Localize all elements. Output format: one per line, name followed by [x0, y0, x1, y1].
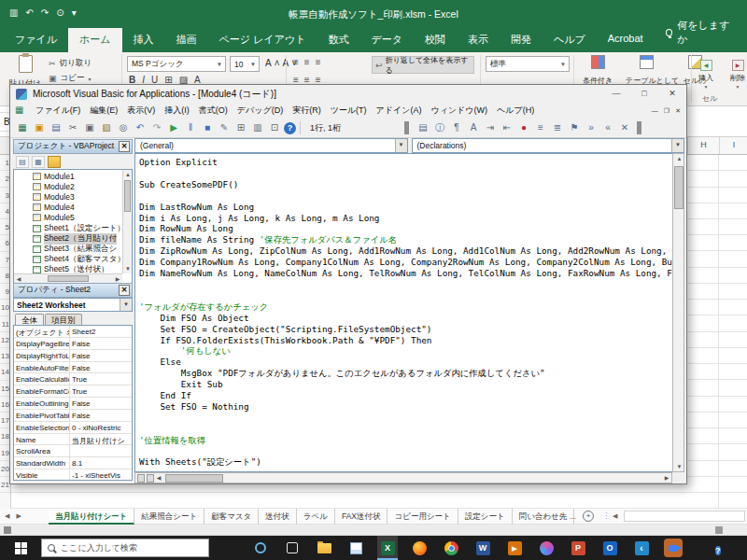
property-row[interactable]: EnablePivotTableFalse: [14, 410, 132, 422]
code-line[interactable]: Sub CreateSomePDF(): [139, 179, 672, 190]
code-line[interactable]: With Sheets("設定シート"): [139, 456, 672, 468]
scroll-up-icon[interactable]: ▲: [123, 170, 133, 179]
scroll-right-icon[interactable]: ▶: [113, 274, 122, 284]
scroll-down-icon[interactable]: ▼: [123, 264, 133, 273]
sheet-hscrollbar[interactable]: [624, 511, 745, 522]
ribbon-tab-描画[interactable]: 描画: [165, 28, 208, 52]
code-line[interactable]: End If: [139, 390, 672, 401]
close-icon[interactable]: ✕: [119, 141, 130, 152]
delete-cells-button[interactable]: ▶削除▼: [726, 54, 747, 90]
code-line[interactable]: [139, 424, 672, 435]
view-code-icon[interactable]: ▤: [16, 156, 29, 168]
object-dropdown[interactable]: (General)▼: [134, 138, 408, 153]
code-line[interactable]: MsgBox "PDFフォルダがありません。このエクセルがあるフォルダ内に作成し…: [139, 368, 672, 379]
code-line[interactable]: Dim fileName As String '保存先フォルダパス＆ファイル名: [139, 234, 672, 245]
scroll-left-icon[interactable]: ◀: [14, 274, 23, 284]
split-view-icon[interactable]: [147, 474, 154, 483]
column-header-H[interactable]: H: [687, 137, 719, 154]
close-icon[interactable]: ✕: [119, 285, 130, 296]
undo-icon[interactable]: ↶: [133, 120, 148, 135]
ribbon-tab-ページ レイアウト[interactable]: ページ レイアウト: [208, 28, 317, 52]
project-tree-item[interactable]: Sheet5（送付状）: [14, 265, 122, 273]
excel-view-icon[interactable]: ▦: [15, 120, 30, 135]
font-name-select[interactable]: MS Pゴシック▼: [127, 56, 226, 72]
code-line[interactable]: Dim NameRowNum As Long, NameColNum As Lo…: [139, 268, 672, 279]
code-editor[interactable]: Option Explicit Sub CreateSomePDF() Dim …: [134, 153, 672, 472]
sheet-tab-ラベル[interactable]: ラベル: [297, 509, 335, 525]
object-browser-icon[interactable]: ⊡: [267, 120, 282, 135]
scrollbar-thumb[interactable]: [165, 474, 223, 483]
ribbon-tab-データ[interactable]: データ: [359, 28, 414, 52]
property-row[interactable]: DisplayRightToLeFalse: [14, 350, 132, 362]
previous-bookmark-icon[interactable]: «: [600, 120, 615, 135]
copy-icon[interactable]: ▣: [82, 120, 97, 135]
sheet-tab-送付状[interactable]: 送付状: [259, 509, 297, 525]
display-settings-icon[interactable]: [715, 526, 723, 534]
property-row[interactable]: StandardWidth8.1: [14, 457, 132, 469]
taskbar-word-icon[interactable]: W: [472, 536, 493, 560]
property-row[interactable]: EnableSelection0 - xlNoRestric: [14, 422, 132, 434]
reset-icon[interactable]: ■: [200, 120, 215, 135]
code-line[interactable]: [139, 168, 672, 179]
child-restore-icon[interactable]: ❐: [664, 107, 669, 115]
code-line[interactable]: Option Explicit: [139, 157, 672, 168]
project-panel-header[interactable]: プロジェクト - VBAProject ✕: [13, 139, 133, 154]
break-icon[interactable]: ‖: [183, 120, 198, 135]
code-line[interactable]: Set FSO = Nothing: [139, 401, 672, 413]
child-close-icon[interactable]: ✕: [675, 107, 681, 115]
scroll-up-icon[interactable]: ▲: [673, 154, 685, 163]
redo-icon[interactable]: ↷: [149, 120, 164, 135]
project-tree-item[interactable]: Sheet3（結果照合シ: [14, 244, 122, 254]
find-icon[interactable]: ◎: [116, 120, 131, 135]
code-line[interactable]: [139, 290, 672, 301]
code-line[interactable]: Dim i As Long, j As Long, k As Long, m A…: [139, 213, 672, 224]
design-mode-icon[interactable]: ✎: [217, 120, 232, 135]
scrollbar-thumb[interactable]: [48, 275, 89, 282]
code-line[interactable]: '何もしない: [139, 345, 672, 357]
tell-me-box[interactable]: 何をしますか: [655, 14, 747, 52]
ribbon-tab-表示[interactable]: 表示: [457, 28, 500, 52]
scrollbar-thumb[interactable]: [674, 166, 684, 209]
code-line[interactable]: Dim Company1RowNum As Long, Company1ColN…: [139, 257, 672, 268]
sheet-tab-結果照合シート[interactable]: 結果照合シート: [134, 509, 204, 525]
toggle-breakpoint-icon[interactable]: ●: [516, 120, 531, 135]
object-selector[interactable]: Sheet2 Worksheet ▼: [13, 298, 133, 312]
ribbon-tab-ホーム[interactable]: ホーム: [68, 28, 122, 52]
cut-button[interactable]: ✂切り取り: [49, 58, 92, 69]
code-line[interactable]: [139, 190, 672, 202]
vba-menu-ヘルプ(H)[interactable]: ヘルプ(H): [492, 103, 539, 119]
align-bottom-icon[interactable]: ≡: [316, 57, 321, 67]
project-tree-hscrollbar[interactable]: ◀ ▶: [14, 273, 122, 283]
sheet-status-icon[interactable]: [4, 526, 11, 534]
properties-tab-項目別[interactable]: 項目別: [45, 314, 82, 325]
code-line[interactable]: Dim ZipRowNum As Long, ZipColNum As Long…: [139, 245, 672, 257]
maximize-icon[interactable]: □: [630, 85, 658, 103]
code-line[interactable]: Exit Sub: [139, 379, 672, 390]
taskbar-stream-icon[interactable]: ▶: [504, 536, 525, 560]
vba-titlebar[interactable]: Microsoft Visual Basic for Applications …: [10, 85, 686, 103]
vba-menu-編集(E)[interactable]: 編集(E): [85, 103, 122, 119]
code-line[interactable]: 'フォルダが存在するかチェック: [139, 301, 672, 313]
property-row[interactable]: (オブジェクト 名)Sheet2: [14, 326, 132, 338]
project-tree-item[interactable]: Module5: [14, 213, 122, 223]
code-line[interactable]: [139, 413, 672, 424]
project-tree-vscrollbar[interactable]: ▲ ▼: [122, 170, 132, 273]
complete-word-icon[interactable]: A: [466, 120, 481, 135]
comment-block-icon[interactable]: ≡: [533, 120, 548, 135]
vba-menu-実行(R)[interactable]: 実行(R): [288, 103, 326, 119]
ribbon-tab-数式[interactable]: 数式: [317, 28, 359, 52]
vba-menu-ファイル(F)[interactable]: ファイル(F): [31, 103, 85, 119]
clear-bookmarks-icon[interactable]: ✕: [617, 120, 632, 135]
code-line[interactable]: [139, 279, 672, 290]
sheet-tab-FAX送付状[interactable]: FAX送付状: [335, 509, 388, 525]
run-icon[interactable]: ▶: [166, 120, 181, 135]
property-row[interactable]: EnableCalculatioTrue: [14, 373, 132, 385]
taskbar-outlook-icon[interactable]: O: [599, 536, 620, 560]
code-line[interactable]: Set FSO = CreateObject("Scripting.FileSy…: [139, 324, 672, 335]
split-view-icon[interactable]: [137, 474, 145, 483]
taskbar-firefox-icon[interactable]: [409, 536, 430, 560]
ribbon-tab-ファイル[interactable]: ファイル: [4, 28, 68, 52]
scroll-down-icon[interactable]: ▼: [673, 462, 685, 471]
code-line[interactable]: Else: [139, 357, 672, 368]
toolbar-grip[interactable]: [404, 121, 409, 134]
